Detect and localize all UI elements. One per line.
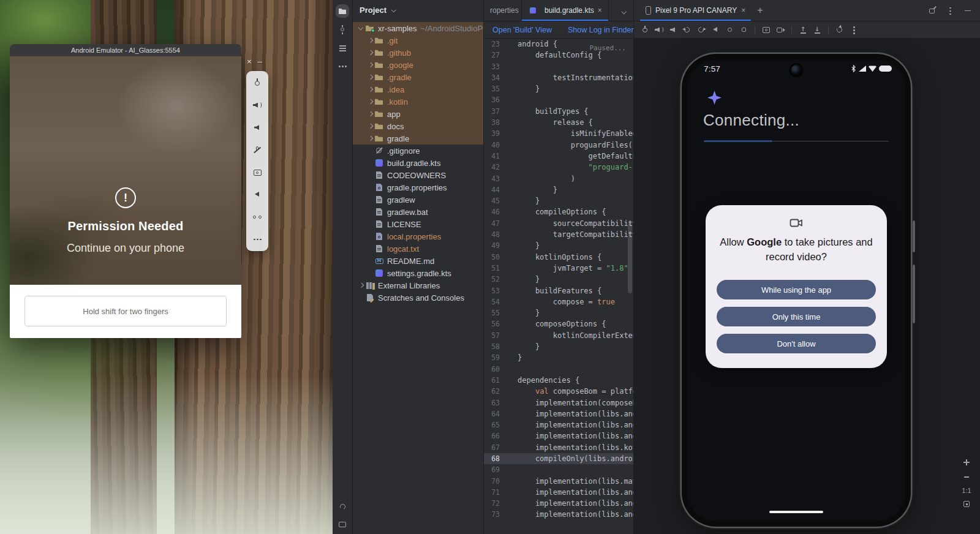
code-line-46[interactable]: 46 compileOptions { (484, 206, 633, 217)
code-line-62[interactable]: 62 val composeBom = platfor (484, 386, 633, 397)
code-line-52[interactable]: 52 } (484, 274, 633, 285)
project-icon[interactable] (337, 6, 347, 16)
code-line-70[interactable]: 70 implementation(libs.mate (484, 476, 633, 487)
code-line-42[interactable]: 42 "proguard-ru (484, 162, 633, 173)
tab-list-dropdown-icon[interactable] (620, 8, 628, 17)
code-line-45[interactable]: 45 } (484, 195, 633, 206)
code-line-55[interactable]: 55 } (484, 307, 633, 318)
pull-file-icon[interactable] (812, 25, 822, 35)
rotate-left-icon[interactable] (682, 25, 692, 35)
back-icon[interactable] (710, 25, 720, 35)
permission-button-2[interactable]: Only this time (717, 307, 876, 326)
tab-pixel-9-pro-api-canary[interactable]: Pixel 9 Pro API CANARY × (640, 0, 751, 21)
code-line-65[interactable]: 65 implementation(libs.andr (484, 419, 633, 431)
emulator-minimize-button[interactable]: – (258, 57, 262, 66)
code-line-33[interactable]: 33 (484, 61, 633, 72)
chevron-right-icon[interactable] (366, 85, 374, 94)
overview-icon[interactable] (739, 25, 748, 35)
tree-item-settings-gradle-kts[interactable]: settings.gradle.kts (353, 267, 483, 279)
tree-item-xr-samples[interactable]: xr-samples ~/AndroidStudioProj (353, 22, 483, 34)
camera-icon[interactable] (252, 167, 262, 177)
tree-item-gradlew-bat[interactable]: gradlew.bat (353, 206, 483, 218)
chevron-right-icon[interactable] (366, 97, 374, 106)
code-line-43[interactable]: 43 ) (484, 173, 633, 184)
hide-icon[interactable] (963, 6, 973, 15)
tree-item-gradle-properties[interactable]: gradle.properties (353, 181, 483, 194)
record-icon[interactable] (775, 25, 785, 35)
tree-item--kotlin[interactable]: .kotlin (353, 96, 483, 108)
volume-down-icon[interactable] (252, 122, 262, 132)
more-vertical-icon[interactable] (849, 25, 859, 35)
code-line-72[interactable]: 72 implementation(libs.andr (484, 498, 633, 509)
more-vertical-icon[interactable] (945, 6, 955, 15)
tree-item--gradle[interactable]: .gradle (353, 71, 483, 83)
chevron-right-icon[interactable] (356, 281, 365, 290)
code-line-48[interactable]: 48 targetCompatibility (484, 229, 633, 240)
push-file-icon[interactable] (798, 25, 808, 35)
tree-item--git[interactable]: .git (353, 34, 483, 47)
tab-build-gradle-kts[interactable]: build.gradle.kts × (522, 0, 609, 21)
code-line-66[interactable]: 66 implementation(libs.andr (484, 431, 633, 442)
tab-gradle-properties[interactable]: roperties (484, 0, 522, 21)
screenshot-icon[interactable] (761, 25, 771, 35)
open-window-icon[interactable] (927, 6, 937, 15)
code-line-56[interactable]: 56 composeOptions { (484, 318, 633, 329)
chevron-right-icon[interactable] (366, 110, 374, 118)
volume-down-icon[interactable] (668, 25, 678, 35)
tree-item-external-libraries[interactable]: External Libraries (353, 279, 483, 291)
code-line-63[interactable]: 63 implementation(composeBo (484, 397, 633, 408)
code-line-64[interactable]: 64 implementation(libs.andr (484, 408, 633, 419)
power-icon[interactable] (640, 25, 650, 35)
chevron-right-icon[interactable] (366, 73, 374, 81)
snapshot-icon[interactable] (835, 25, 845, 35)
tree-item--idea[interactable]: .idea (353, 83, 483, 96)
home-icon[interactable] (725, 25, 734, 35)
tree-item-codeowners[interactable]: CODEOWNERS (353, 169, 483, 181)
code-line-67[interactable]: 67 implementation(libs.kotl (484, 442, 633, 453)
chevron-right-icon[interactable] (366, 61, 374, 69)
terminal-icon[interactable] (337, 519, 347, 529)
structure-icon[interactable] (337, 43, 347, 53)
tree-item--google[interactable]: .google (353, 59, 483, 71)
code-line-73[interactable]: 73 implementation(libs.andr (484, 509, 633, 520)
mic-off-icon[interactable] (252, 145, 262, 155)
tree-item-gradle[interactable]: gradle (353, 132, 483, 145)
chevron-right-icon[interactable] (366, 134, 374, 143)
code-line-35[interactable]: 35 } (484, 83, 633, 94)
code-line-53[interactable]: 53 buildFeatures { (484, 285, 633, 296)
build-icon[interactable] (337, 502, 347, 511)
code-line-54[interactable]: 54 compose = true (484, 296, 633, 307)
chevron-right-icon[interactable] (366, 48, 374, 57)
code-line-34[interactable]: 34 testInstrumentationR (484, 72, 633, 83)
code-line-40[interactable]: 40 proguardFiles( (484, 140, 633, 151)
code-line-57[interactable]: 57 kotlinCompilerExtens (484, 330, 633, 341)
code-line-36[interactable]: 36 (484, 94, 633, 105)
chevron-down-icon[interactable] (390, 6, 398, 15)
code-line-58[interactable]: 58 } (484, 341, 633, 352)
close-tab-icon[interactable]: × (741, 6, 745, 15)
tree-item-gradlew[interactable]: gradlew (353, 194, 483, 206)
code-line-38[interactable]: 38 release { (484, 117, 633, 128)
tree-item-docs[interactable]: docs (353, 120, 483, 132)
tree-item-readme-md[interactable]: README.md (353, 255, 483, 267)
code-line-39[interactable]: 39 isMinifyEnabled (484, 128, 633, 139)
zoom-level[interactable]: 1:1 (962, 487, 971, 494)
more-icon[interactable] (252, 235, 262, 244)
more-icon[interactable] (337, 61, 347, 71)
tree-item-app[interactable]: app (353, 108, 483, 120)
permission-button-3[interactable]: Don't allow (717, 334, 876, 353)
permission-button-1[interactable]: While using the app (717, 280, 876, 299)
code-line-60[interactable]: 60 (484, 364, 633, 375)
code-line-69[interactable]: 69 (484, 464, 633, 475)
add-device-button[interactable]: + (757, 5, 763, 16)
emulator-screen[interactable]: ! Permission Needed Continue on your pho… (10, 56, 241, 285)
rotate-right-icon[interactable] (696, 25, 706, 35)
emulator-close-button[interactable]: × (247, 57, 252, 66)
open-build-view-link[interactable]: Open 'Build' View (492, 26, 552, 34)
chevron-right-icon[interactable] (366, 122, 374, 130)
tree-item--github[interactable]: .github (353, 47, 483, 59)
power-icon[interactable] (252, 78, 262, 88)
tree-item--gitignore[interactable]: .gitignore (353, 145, 483, 157)
commit-icon[interactable] (337, 24, 347, 34)
back-icon[interactable] (252, 190, 262, 200)
